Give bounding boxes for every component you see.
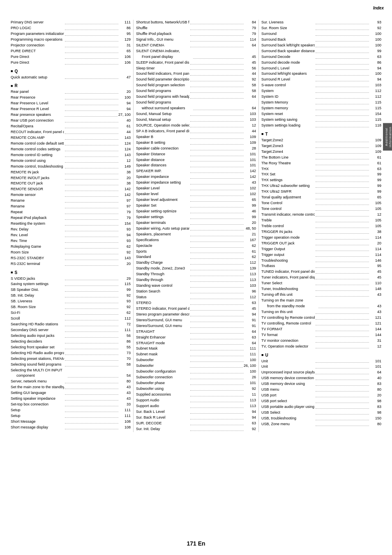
index-entry: Tuner Select110 <box>261 281 381 286</box>
entry-name: Front panel display <box>142 54 192 60</box>
entry-dots <box>316 189 369 193</box>
index-entry: Speaker distance101 <box>136 157 256 163</box>
entry-name: Standby mode, Zone2, Zone3 <box>136 266 189 272</box>
entry-page: 62 <box>119 244 131 250</box>
index-entry: STRAIGHT mode64 <box>136 341 256 346</box>
entry-name: TV monitor connection <box>261 338 315 344</box>
index-entry: Remote control using12 <box>11 158 131 164</box>
entry-name: Straight Enhancer <box>136 335 189 341</box>
index-entry: PURE DIRECT65 <box>11 48 131 54</box>
index-entry: Setup111 <box>11 408 131 413</box>
entry-name: Setting GUI language <box>11 390 64 396</box>
entry-page: 63 <box>244 421 256 426</box>
entry-name: Saving system settings <box>11 281 64 287</box>
index-entry: RS-232C STANDBY143 <box>11 256 131 261</box>
entry-name: TRIGGER IN jacks <box>261 229 315 235</box>
entry-name: Sur. Liveness <box>261 20 315 25</box>
index-entry: Unit101 <box>261 364 381 370</box>
entry-name: Sound field programs <box>136 88 189 94</box>
index-entry: Rear presence speakers27, 100 <box>11 112 131 118</box>
entry-dots <box>68 373 118 378</box>
entry-page: 103 <box>370 83 381 88</box>
entry-dots <box>65 379 118 383</box>
entry-dots <box>65 402 118 406</box>
entry-page: 121 <box>370 315 381 321</box>
entry-dots <box>193 106 244 110</box>
entry-page: 92 <box>119 304 131 310</box>
index-entry: Sound, Manual Setup103 <box>136 111 256 117</box>
entry-dots <box>316 321 369 325</box>
entry-dots <box>65 327 118 332</box>
index-entry: Remote sensor142 <box>11 192 131 198</box>
index-entry: Sound, Manual setup103 <box>136 117 256 123</box>
index-entry: THX Ultra2 SWFR99 <box>261 189 381 195</box>
entry-name: Standby Through <box>136 272 189 277</box>
index-entry: Remote control code default settings124 <box>11 141 131 147</box>
entry-dots <box>65 25 118 30</box>
index-entry: Signal Info., GUI menu114 <box>136 37 256 43</box>
entry-name: Scroll <box>11 316 64 322</box>
entry-dots <box>65 396 118 401</box>
entry-name: Stereo/Surround, GUI menu <box>136 323 189 329</box>
entry-dots <box>190 232 244 236</box>
entry-name: Speaker Level <box>136 186 189 191</box>
entry-page: 100 <box>244 369 256 375</box>
entry-page: 97 <box>119 198 131 204</box>
entry-name: Support Audio <box>136 398 189 403</box>
entry-dots <box>65 221 118 226</box>
entry-dots <box>65 238 118 243</box>
entry-name: System reset <box>261 111 315 117</box>
entry-dots <box>190 329 244 334</box>
entry-name: Short Message <box>11 419 64 425</box>
entry-dots <box>316 393 369 397</box>
index-entry: Standby through113 <box>136 277 256 283</box>
entry-page: 114 <box>244 37 256 43</box>
section-header: T <box>261 132 381 136</box>
entry-dots <box>190 60 244 64</box>
entry-name: Turning on this unit <box>261 309 315 315</box>
entry-dots <box>316 229 369 234</box>
entry-page: 112 <box>244 295 256 300</box>
entry-name: Sci-Fi <box>11 310 64 316</box>
entry-dots <box>65 304 118 309</box>
index-entry: Speaker setting optimize46 <box>136 209 256 214</box>
entry-page: 94 <box>244 415 256 421</box>
entry-page: 80 <box>370 387 381 393</box>
index-entry: TruBass95 <box>261 263 381 269</box>
index-entry: Rear Presence100 <box>11 95 131 101</box>
entry-dots <box>316 71 369 76</box>
index-entry: Tone control105 <box>261 206 381 212</box>
index-entry: RS-232C terminal20 <box>11 261 131 267</box>
index-entry: Subnet Mask111 <box>136 346 256 352</box>
entry-page: 61 <box>119 124 131 129</box>
entry-dots <box>190 180 244 184</box>
entry-page: 43 <box>119 385 131 390</box>
entry-page: 20 <box>119 175 131 181</box>
index-entry: Setting speaker impedance43 <box>11 396 131 402</box>
entry-page: 21 <box>244 232 256 237</box>
entry-name: SP A B indicators, Front panel display <box>136 129 189 134</box>
index-entry: Short Message108 <box>11 419 131 425</box>
entry-name: Spectacle <box>136 243 189 249</box>
entry-name: USB, troubleshooting <box>261 416 315 421</box>
entry-page: 113 <box>244 272 256 277</box>
index-entry: Speaker level adjustment65 <box>136 197 256 203</box>
index-entry: Sound field programs <box>136 100 256 106</box>
entry-name: RECOUT indicator, Front panel display <box>11 129 64 135</box>
entry-page: 100 <box>370 31 381 37</box>
entry-page: 58 <box>244 83 256 88</box>
entry-dots <box>316 370 369 374</box>
entry-page: 146 <box>370 258 381 264</box>
entry-name: Repeat iPod playback <box>11 215 64 221</box>
entry-dots <box>65 287 118 292</box>
col2: Shortcut buttons, Network/USB features84… <box>134 20 259 432</box>
entry-dots <box>316 161 369 165</box>
entry-page: 105 <box>370 206 381 212</box>
index-entry: THX63 <box>261 166 381 172</box>
entry-dots <box>65 281 118 286</box>
entry-dots <box>316 43 369 47</box>
col3: Sur. Liveness93Sur. Room Size92Surround1… <box>259 20 384 432</box>
index-entry: Sports61 <box>136 249 256 255</box>
index-entry: Quick automatic setup47 <box>11 75 131 81</box>
index-entry: Shuffle iPod playback79 <box>136 31 256 37</box>
